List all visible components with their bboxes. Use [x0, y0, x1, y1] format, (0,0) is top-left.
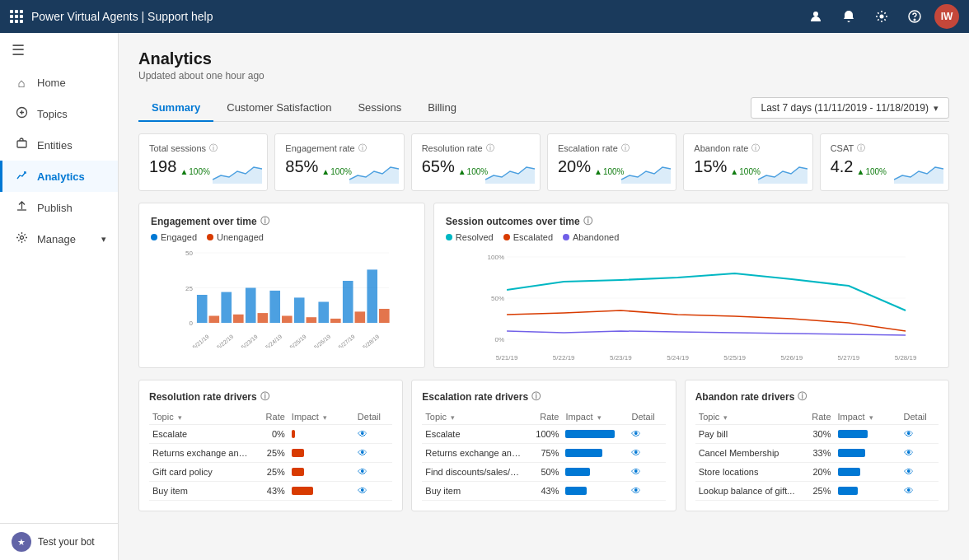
- kpi-card-total-sessions: Total sessions ⓘ 198 100%: [138, 133, 268, 191]
- driver-detail-2-3[interactable]: 👁: [901, 482, 939, 501]
- driver-impact-0-1: [288, 444, 354, 463]
- bell-icon[interactable]: [836, 3, 862, 30]
- driver-detail-1-2[interactable]: 👁: [628, 463, 665, 482]
- tab-customer-satisfaction[interactable]: Customer Satisfaction: [213, 95, 344, 122]
- driver-detail-2-0[interactable]: 👁: [901, 425, 939, 444]
- driver-detail-2-1[interactable]: 👁: [901, 444, 939, 463]
- detail-link-icon-0-2[interactable]: 👁: [358, 466, 367, 478]
- help-icon[interactable]: [901, 3, 928, 30]
- driver-detail-1-0[interactable]: 👁: [628, 425, 665, 444]
- driver-impact-1-1: [562, 444, 628, 463]
- resolution-drivers-table: Topic ▾ Rate Impact ▾ Detail Escalate 0%…: [149, 409, 392, 501]
- driver-rate-0-3: 43%: [255, 482, 288, 501]
- svg-rect-26: [258, 313, 269, 323]
- kpi-info-icon-csat[interactable]: ⓘ: [857, 142, 865, 154]
- detail-link-icon-1-0[interactable]: 👁: [631, 428, 641, 440]
- gear-icon[interactable]: [868, 3, 895, 30]
- driver-detail-1-1[interactable]: 👁: [628, 444, 665, 463]
- sidebar-item-analytics[interactable]: Analytics: [0, 161, 118, 192]
- tab-billing[interactable]: Billing: [414, 95, 470, 122]
- driver-detail-0-0[interactable]: 👁: [354, 425, 392, 444]
- driver-detail-2-2[interactable]: 👁: [901, 463, 939, 482]
- driver-detail-0-3[interactable]: 👁: [354, 482, 392, 501]
- detail-link-icon-1-2[interactable]: 👁: [631, 466, 641, 478]
- avatar[interactable]: IW: [934, 4, 959, 29]
- driver-topic-2-3: Lookup balance of gift...: [695, 482, 802, 501]
- sidebar-item-publish[interactable]: Publish: [0, 192, 118, 223]
- app-title: Power Virtual Agents | Support help: [31, 10, 794, 23]
- svg-text:5/26/19: 5/26/19: [313, 334, 331, 348]
- kpi-info-icon-resolution-rate[interactable]: ⓘ: [486, 142, 494, 154]
- svg-text:5/22/19: 5/22/19: [553, 354, 575, 362]
- abandon-drivers-info-icon[interactable]: ⓘ: [798, 390, 807, 403]
- page-title: Analytics: [138, 49, 949, 68]
- detail-link-icon-2-1[interactable]: 👁: [904, 447, 914, 459]
- driver-topic-1-1: Returns exchange and r...: [422, 444, 525, 463]
- driver-row-1-1: Returns exchange and r... 75% 👁: [422, 444, 665, 463]
- tab-summary[interactable]: Summary: [138, 95, 213, 122]
- topbar: Power Virtual Agents | Support help IW: [0, 0, 969, 33]
- col-topic: Topic ▾: [149, 409, 255, 425]
- detail-link-icon-0-0[interactable]: 👁: [358, 428, 367, 440]
- svg-text:100%: 100%: [487, 254, 503, 261]
- svg-text:5/21/19: 5/21/19: [496, 354, 518, 362]
- svg-text:5/24/19: 5/24/19: [667, 354, 689, 362]
- driver-row-2-3: Lookup balance of gift... 25% 👁: [695, 482, 939, 501]
- svg-rect-31: [294, 297, 305, 323]
- detail-link-icon-0-3[interactable]: 👁: [358, 485, 367, 497]
- svg-rect-28: [269, 291, 280, 323]
- driver-detail-0-1[interactable]: 👁: [354, 444, 392, 463]
- person-icon[interactable]: [803, 3, 829, 30]
- publish-icon: [14, 200, 29, 215]
- driver-topic-2-0: Pay bill: [695, 425, 802, 444]
- engagement-info-icon[interactable]: ⓘ: [260, 215, 269, 227]
- app-grid-icon[interactable]: [10, 10, 23, 23]
- col-topic: Topic ▾: [422, 409, 525, 425]
- kpi-info-icon-escalation-rate[interactable]: ⓘ: [621, 142, 630, 154]
- detail-link-icon-0-1[interactable]: 👁: [358, 447, 367, 459]
- escalation-drivers-info-icon[interactable]: ⓘ: [531, 390, 541, 403]
- sidebar-item-home[interactable]: ⌂ Home: [0, 68, 118, 98]
- svg-rect-25: [246, 288, 256, 324]
- detail-link-icon-1-3[interactable]: 👁: [631, 485, 641, 497]
- tab-sessions[interactable]: Sessions: [344, 95, 414, 122]
- driver-rate-2-2: 20%: [801, 463, 834, 482]
- driver-row-0-1: Returns exchange and re... 25% 👁: [149, 444, 392, 463]
- sidebar-item-topics[interactable]: Topics: [0, 98, 118, 129]
- kpi-info-icon-abandon-rate[interactable]: ⓘ: [751, 142, 760, 154]
- sessions-info-icon[interactable]: ⓘ: [583, 215, 592, 227]
- svg-text:5/28/19: 5/28/19: [895, 354, 917, 362]
- resolution-drivers-info-icon[interactable]: ⓘ: [260, 390, 269, 403]
- svg-rect-37: [343, 281, 353, 323]
- kpi-info-icon-engagement-rate[interactable]: ⓘ: [358, 142, 367, 154]
- page-subtitle: Updated about one hour ago: [138, 70, 949, 82]
- detail-link-icon-2-0[interactable]: 👁: [904, 428, 914, 440]
- detail-link-icon-2-3[interactable]: 👁: [904, 485, 914, 497]
- sessions-legend: Resolved Escalated Abandoned: [446, 232, 937, 242]
- kpi-sparkline-resolution-rate: [485, 159, 535, 184]
- col-rate: Rate: [801, 409, 834, 425]
- resolution-drivers-title: Resolution rate drivers ⓘ: [149, 390, 392, 403]
- svg-point-3: [914, 19, 915, 21]
- kpi-info-icon-total-sessions[interactable]: ⓘ: [209, 142, 218, 154]
- test-bot-button[interactable]: ★ Test your bot: [0, 523, 118, 560]
- col-rate: Rate: [525, 409, 562, 425]
- kpi-row: Total sessions ⓘ 198 100% Engagement rat…: [138, 133, 949, 191]
- detail-link-icon-1-1[interactable]: 👁: [631, 447, 641, 459]
- driver-row-2-2: Store locations 20% 👁: [695, 463, 939, 482]
- escalated-dot: [503, 234, 510, 240]
- engagement-legend: Engaged Unengaged: [151, 232, 413, 242]
- impact-bar-1-1: [565, 449, 602, 457]
- impact-bar-2-2: [838, 468, 860, 476]
- driver-topic-0-2: Gift card policy: [149, 463, 255, 482]
- hamburger-menu[interactable]: ☰: [0, 33, 118, 68]
- sidebar-item-manage[interactable]: Manage ▾: [0, 223, 118, 254]
- kpi-card-resolution-rate: Resolution rate ⓘ 65% 100%: [411, 133, 541, 191]
- detail-link-icon-2-2[interactable]: 👁: [904, 466, 914, 478]
- driver-detail-1-3[interactable]: 👁: [628, 482, 665, 501]
- engaged-legend: Engaged: [151, 232, 197, 242]
- svg-text:5/28/19: 5/28/19: [362, 334, 380, 348]
- sidebar-item-entities[interactable]: Entities: [0, 129, 118, 161]
- date-range-picker[interactable]: Last 7 days (11/11/2019 - 11/18/2019) ▾: [751, 97, 949, 119]
- driver-detail-0-2[interactable]: 👁: [354, 463, 392, 482]
